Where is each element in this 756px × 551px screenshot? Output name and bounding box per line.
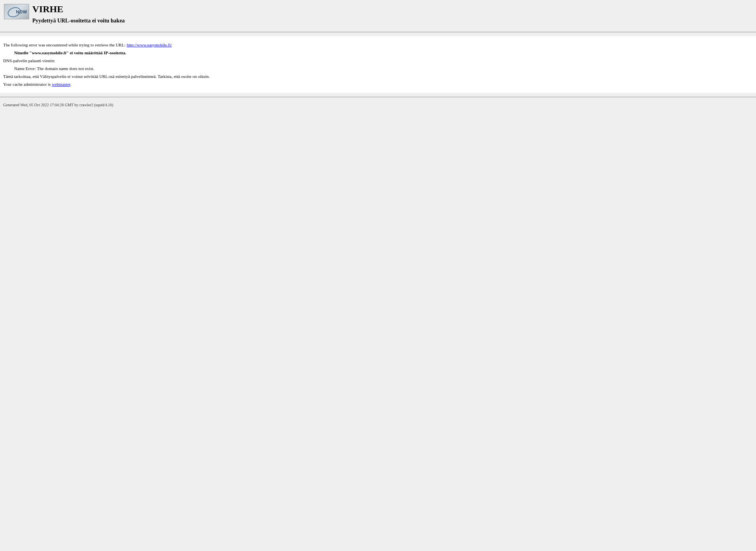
error-subtitle: Pyydettyä URL-osoitetta ei voitu hakea [32, 18, 125, 24]
error-title: VIRHE [32, 4, 125, 15]
squid-logo: NOW [4, 4, 29, 19]
admin-period: . [70, 82, 72, 87]
divider-top [0, 32, 756, 32]
error-intro-paragraph: The following error was encountered whil… [3, 43, 753, 47]
webmaster-link[interactable]: webmaster [52, 82, 70, 87]
admin-paragraph: Your cache administrator is webmaster. [3, 82, 753, 87]
page-footer: Generated Wed, 05 Oct 2022 17:04:28 GMT … [0, 101, 756, 109]
error-intro-text: The following error was encountered whil… [3, 43, 127, 47]
failed-url-link[interactable]: http://www.easymobile.fi/ [127, 43, 172, 47]
divider-bottom [0, 97, 756, 97]
explanation-text: Tämä tarkoittaa, että Välityspalvelin ei… [3, 74, 753, 79]
page-header: NOW VIRHE Pyydettyä URL-osoitetta ei voi… [0, 0, 756, 28]
dns-error-message: Nimelle "www.easymobile.fi" ei voitu mää… [14, 50, 753, 55]
admin-intro-text: Your cache administrator is [3, 82, 52, 87]
name-error-message: Name Error: The domain name does not exi… [14, 66, 753, 71]
logo-text: NOW [16, 9, 27, 14]
generated-timestamp: Generated Wed, 05 Oct 2022 17:04:28 GMT … [3, 103, 113, 107]
content-area: The following error was encountered whil… [0, 36, 756, 93]
header-text-block: VIRHE Pyydettyä URL-osoitetta ei voitu h… [32, 4, 125, 24]
dns-server-label: DNS-palvelin palautti viestin: [3, 58, 753, 63]
